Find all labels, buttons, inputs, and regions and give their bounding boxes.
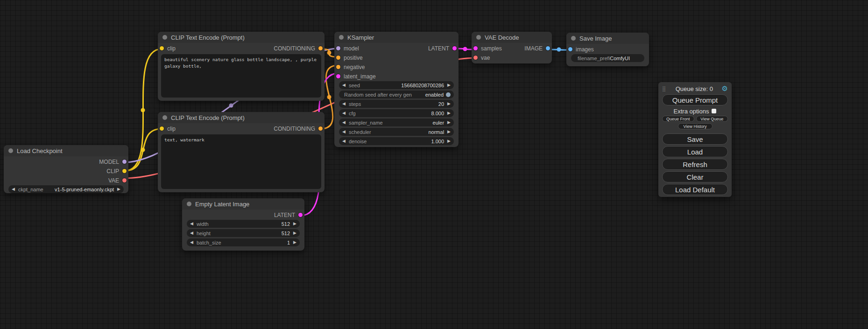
output-slot-latent[interactable]: LATENT: [428, 45, 457, 52]
node-title-bar[interactable]: VAE Decode: [472, 32, 552, 43]
decrement-arrow-icon[interactable]: ◀: [342, 130, 346, 134]
decrement-arrow-icon[interactable]: ◀: [342, 83, 346, 87]
widget-batch-size[interactable]: ◀ batch_size 1 ▶: [187, 238, 300, 246]
load-button[interactable]: Load: [662, 146, 728, 157]
increment-arrow-icon[interactable]: ▶: [293, 240, 296, 245]
node-vae-decode[interactable]: VAE Decode samples IMAGE vae: [472, 32, 552, 63]
input-slot-clip[interactable]: clip: [160, 45, 176, 52]
decrement-arrow-icon[interactable]: ◀: [342, 102, 346, 106]
decrement-arrow-icon[interactable]: ◀: [12, 187, 15, 191]
view-history-button[interactable]: View History: [678, 123, 713, 129]
collapse-dot-icon[interactable]: [476, 35, 481, 40]
output-slot-model[interactable]: MODEL: [99, 159, 127, 165]
widget-random-seed-toggle[interactable]: Random seed after every gen enabled: [339, 91, 454, 98]
decrement-arrow-icon[interactable]: ◀: [190, 222, 193, 226]
input-slot-samples[interactable]: samples: [473, 45, 502, 52]
node-empty-latent-image[interactable]: Empty Latent Image LATENT ◀ width 512 ▶ …: [182, 198, 304, 251]
collapse-dot-icon[interactable]: [8, 148, 13, 153]
input-dot-images[interactable]: [568, 47, 572, 51]
widget-steps[interactable]: ◀ steps 20 ▶: [339, 100, 454, 108]
decrement-arrow-icon[interactable]: ◀: [342, 139, 346, 143]
output-dot-conditioning[interactable]: [318, 126, 323, 131]
node-clip-text-encode-negative[interactable]: CLIP Text Encode (Prompt) clip CONDITION…: [158, 112, 325, 192]
queue-prompt-button[interactable]: Queue Prompt: [662, 94, 728, 105]
node-title-bar[interactable]: KSampler: [334, 32, 459, 43]
output-slot-conditioning[interactable]: CONDITIONING: [274, 126, 323, 132]
input-dot-clip[interactable]: [160, 126, 164, 131]
widget-height[interactable]: ◀ height 512 ▶: [187, 229, 300, 237]
increment-arrow-icon[interactable]: ▶: [293, 231, 296, 235]
input-slot-latent-image[interactable]: latent_image: [336, 73, 376, 80]
node-load-checkpoint[interactable]: Load Checkpoint MODEL CLIP VAE ◀ ckpt_na…: [4, 145, 128, 193]
widget-ckpt-name[interactable]: ◀ ckpt_name v1-5-pruned-emaonly.ckpt ▶: [8, 185, 124, 193]
refresh-button[interactable]: Refresh: [662, 159, 728, 170]
widget-denoise[interactable]: ◀ denoise 1.000 ▶: [339, 137, 454, 145]
collapse-dot-icon[interactable]: [571, 36, 576, 41]
increment-arrow-icon[interactable]: ▶: [117, 187, 120, 191]
increment-arrow-icon[interactable]: ▶: [293, 222, 296, 226]
input-dot-positive[interactable]: [336, 56, 340, 60]
widget-cfg[interactable]: ◀ cfg 8.000 ▶: [339, 109, 454, 117]
output-slot-latent[interactable]: LATENT: [274, 212, 303, 218]
output-dot-image[interactable]: [546, 46, 550, 50]
output-slot-vae[interactable]: VAE: [108, 177, 127, 184]
node-title-bar[interactable]: Load Checkpoint: [4, 145, 128, 156]
input-slot-positive[interactable]: positive: [336, 55, 363, 61]
queue-front-button[interactable]: Queue Front: [662, 116, 694, 122]
input-slot-images[interactable]: images: [568, 46, 594, 53]
input-dot-model[interactable]: [336, 46, 340, 50]
output-dot-latent[interactable]: [452, 46, 457, 50]
collapse-dot-icon[interactable]: [187, 202, 191, 206]
input-slot-vae[interactable]: vae: [473, 55, 490, 61]
drag-handle-icon[interactable]: ⣿: [662, 86, 666, 92]
decrement-arrow-icon[interactable]: ◀: [190, 240, 193, 245]
collapse-dot-icon[interactable]: [162, 35, 167, 40]
input-dot-clip[interactable]: [160, 46, 164, 50]
extra-options-checkbox[interactable]: [712, 109, 716, 113]
output-dot-clip[interactable]: [122, 169, 127, 173]
collapse-dot-icon[interactable]: [162, 115, 167, 120]
output-dot-vae[interactable]: [122, 178, 127, 182]
input-dot-negative[interactable]: [336, 65, 340, 69]
output-slot-clip[interactable]: CLIP: [106, 168, 127, 175]
input-dot-samples[interactable]: [473, 46, 478, 50]
increment-arrow-icon[interactable]: ▶: [447, 102, 451, 106]
clear-button[interactable]: Clear: [662, 171, 728, 182]
positive-prompt-textarea[interactable]: beautiful scenery nature glass bottle la…: [161, 54, 321, 98]
output-dot-model[interactable]: [122, 160, 127, 164]
output-slot-image[interactable]: IMAGE: [524, 45, 550, 52]
widget-width[interactable]: ◀ width 512 ▶: [187, 220, 300, 228]
decrement-arrow-icon[interactable]: ◀: [342, 111, 346, 115]
collapse-dot-icon[interactable]: [339, 35, 344, 40]
node-title-bar[interactable]: CLIP Text Encode (Prompt): [158, 32, 325, 43]
node-title-bar[interactable]: Empty Latent Image: [182, 198, 304, 210]
increment-arrow-icon[interactable]: ▶: [447, 111, 451, 115]
increment-arrow-icon[interactable]: ▶: [447, 83, 451, 87]
node-title-bar[interactable]: Save Image: [566, 33, 649, 44]
output-dot-latent[interactable]: [298, 213, 303, 217]
save-button[interactable]: Save: [662, 133, 728, 145]
input-slot-model[interactable]: model: [336, 45, 359, 52]
widget-sampler-name[interactable]: ◀ sampler_name euler ▶: [339, 119, 454, 126]
decrement-arrow-icon[interactable]: ◀: [190, 231, 193, 235]
input-slot-clip[interactable]: clip: [160, 126, 176, 132]
output-dot-conditioning[interactable]: [318, 46, 323, 50]
node-clip-text-encode-positive[interactable]: CLIP Text Encode (Prompt) clip CONDITION…: [158, 32, 325, 101]
toggle-on-dot[interactable]: [446, 92, 451, 97]
widget-scheduler[interactable]: ◀ scheduler normal ▶: [339, 128, 454, 136]
settings-gear-icon[interactable]: ⚙: [722, 84, 728, 93]
output-slot-conditioning[interactable]: CONDITIONING: [274, 45, 323, 52]
input-slot-negative[interactable]: negative: [336, 64, 365, 70]
negative-prompt-textarea[interactable]: text, watermark: [161, 134, 321, 189]
load-default-button[interactable]: Load Default: [662, 184, 728, 195]
increment-arrow-icon[interactable]: ▶: [447, 130, 451, 134]
increment-arrow-icon[interactable]: ▶: [447, 139, 451, 143]
widget-filename-prefix[interactable]: filename_prefix ComfyUI: [571, 54, 644, 62]
decrement-arrow-icon[interactable]: ◀: [342, 120, 346, 125]
widget-seed[interactable]: ◀ seed 156680208700286 ▶: [339, 81, 454, 89]
node-ksampler[interactable]: KSampler model LATENT positive negative …: [334, 32, 459, 147]
input-dot-vae[interactable]: [473, 56, 478, 60]
node-title-bar[interactable]: CLIP Text Encode (Prompt): [158, 112, 325, 123]
node-save-image[interactable]: Save Image images filename_prefix ComfyU…: [566, 33, 649, 66]
input-dot-latent-image[interactable]: [336, 74, 340, 78]
